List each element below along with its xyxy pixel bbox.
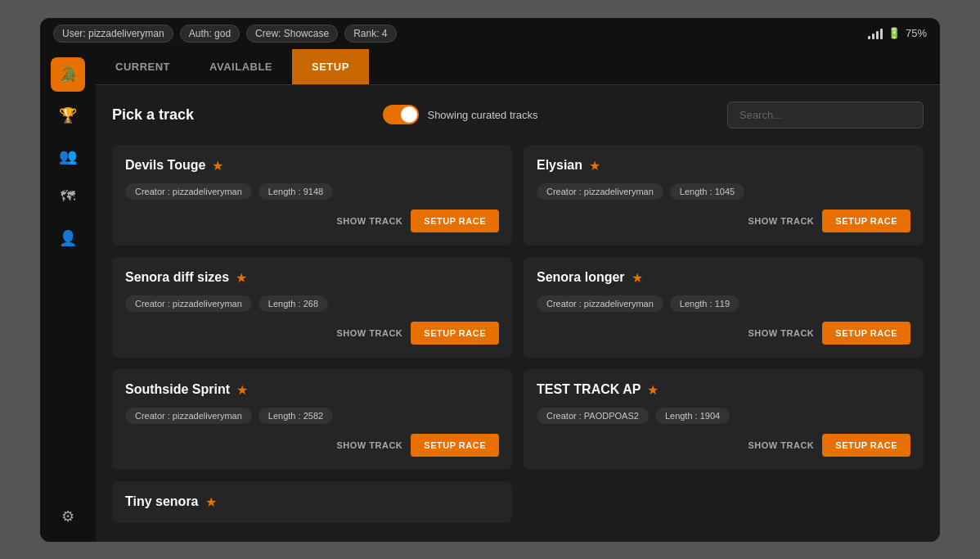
track-card-4: Southside Sprint ★ Creator : pizzadelive… [112, 369, 512, 470]
track-header-0: Devils Touge ★ [125, 158, 499, 174]
track-meta-0: Creator : pizzadeliveryman Length : 9148 [125, 183, 499, 200]
track-actions-2: SHOW TRACK SETUP RACE [125, 322, 499, 345]
track-actions-1: SHOW TRACK SETUP RACE [537, 210, 910, 232]
track-name-1: Elysian [537, 158, 582, 173]
search-input[interactable] [727, 101, 924, 128]
track-header-partial: Tiny senora ★ [125, 494, 499, 510]
star-icon-partial: ★ [205, 494, 217, 510]
show-track-button-2[interactable]: SHOW TRACK [337, 323, 403, 343]
app-window: User: pizzadeliveryman Auth: god Crew: S… [40, 18, 940, 542]
setup-race-button-0[interactable]: SETUP RACE [411, 210, 499, 232]
setup-race-button-3[interactable]: SETUP RACE [822, 322, 910, 345]
tab-setup[interactable]: SETUP [292, 49, 369, 84]
track-name-0: Devils Touge [125, 158, 205, 173]
battery-icon: 🔋 [888, 27, 901, 39]
top-bar-status: 🔋 75% [868, 27, 927, 39]
badge-crew: Crew: Showcase [246, 25, 338, 43]
track-card-partial: Tiny senora ★ [112, 481, 512, 523]
signal-icon [868, 28, 883, 39]
track-length-4: Length : 2582 [258, 408, 333, 424]
track-meta-3: Creator : pizzadeliveryman Length : 119 [537, 295, 910, 312]
track-header-5: TEST TRACK AP ★ [537, 382, 910, 398]
show-track-button-4[interactable]: SHOW TRACK [337, 435, 403, 455]
track-actions-5: SHOW TRACK SETUP RACE [537, 434, 910, 457]
track-length-0: Length : 9148 [258, 183, 333, 200]
content-body: Pick a track Showing curated tracks [96, 85, 940, 542]
badge-rank: Rank: 4 [344, 25, 396, 43]
track-length-2: Length : 268 [258, 295, 328, 312]
page-title: Pick a track [112, 106, 194, 124]
track-header-2: Senora diff sizes ★ [125, 270, 499, 286]
toggle-area: Showing curated tracks [383, 105, 537, 124]
track-meta-5: Creator : PAODPOAS2 Length : 1904 [537, 408, 910, 424]
tab-available[interactable]: AVAILABLE [190, 49, 292, 84]
setup-race-button-2[interactable]: SETUP RACE [411, 322, 499, 345]
track-card-0: Devils Touge ★ Creator : pizzadeliveryma… [112, 145, 512, 246]
star-icon-3: ★ [632, 270, 643, 286]
sidebar-icon-settings[interactable]: ⚙ [51, 499, 85, 534]
track-card-3: Senora longer ★ Creator : pizzadeliverym… [524, 257, 924, 358]
track-actions-3: SHOW TRACK SETUP RACE [537, 322, 910, 345]
track-header-1: Elysian ★ [537, 158, 910, 174]
track-meta-2: Creator : pizzadeliveryman Length : 268 [125, 295, 499, 312]
top-bar: User: pizzadeliveryman Auth: god Crew: S… [40, 18, 940, 49]
sidebar-icon-racing[interactable]: 🐊 [51, 57, 85, 92]
track-creator-5: Creator : PAODPOAS2 [537, 408, 649, 424]
track-name-3: Senora longer [537, 270, 625, 285]
top-bar-badges: User: pizzadeliveryman Auth: god Crew: S… [53, 25, 397, 43]
setup-race-button-1[interactable]: SETUP RACE [822, 210, 910, 232]
sidebar-icon-crew[interactable]: 👤 [51, 221, 85, 255]
show-track-button-5[interactable]: SHOW TRACK [748, 435, 815, 455]
track-card-2: Senora diff sizes ★ Creator : pizzadeliv… [112, 257, 512, 358]
show-track-button-0[interactable]: SHOW TRACK [337, 211, 403, 231]
tab-current[interactable]: CURRENT [96, 49, 190, 84]
track-length-3: Length : 119 [670, 295, 739, 312]
main-area: 🐊 🏆 👥 🗺 👤 ⚙ CURRENT AVAILABLE SETUP Pick… [40, 49, 940, 542]
star-icon-5: ★ [647, 382, 659, 398]
star-icon-2: ★ [236, 270, 247, 286]
track-creator-0: Creator : pizzadeliveryman [125, 183, 252, 200]
track-header-3: Senora longer ★ [537, 270, 910, 286]
track-card-1: Elysian ★ Creator : pizzadeliveryman Len… [524, 145, 924, 246]
track-length-5: Length : 1904 [655, 408, 730, 424]
sidebar-icon-trophy[interactable]: 🏆 [51, 98, 85, 133]
track-name-5: TEST TRACK AP [537, 382, 641, 397]
badge-auth: Auth: god [180, 25, 240, 43]
sidebar-icon-people[interactable]: 👥 [51, 139, 85, 174]
track-creator-2: Creator : pizzadeliveryman [125, 295, 252, 312]
sidebar-icon-route[interactable]: 🗺 [51, 180, 85, 214]
track-name-2: Senora diff sizes [125, 270, 229, 285]
track-actions-0: SHOW TRACK SETUP RACE [125, 210, 499, 232]
badge-user: User: pizzadeliveryman [53, 25, 173, 43]
tracks-grid: Devils Touge ★ Creator : pizzadeliveryma… [112, 145, 924, 523]
curated-toggle[interactable] [383, 105, 419, 124]
sidebar: 🐊 🏆 👥 🗺 👤 ⚙ [40, 49, 96, 542]
toggle-label: Showing curated tracks [427, 109, 537, 121]
track-meta-4: Creator : pizzadeliveryman Length : 2582 [125, 408, 499, 424]
setup-race-button-4[interactable]: SETUP RACE [411, 434, 499, 457]
track-meta-1: Creator : pizzadeliveryman Length : 1045 [537, 183, 910, 200]
star-icon-4: ★ [236, 382, 248, 398]
track-creator-4: Creator : pizzadeliveryman [125, 408, 252, 424]
track-creator-3: Creator : pizzadeliveryman [537, 295, 663, 312]
track-header-4: Southside Sprint ★ [125, 382, 499, 398]
show-track-button-3[interactable]: SHOW TRACK [748, 323, 815, 343]
star-icon-0: ★ [212, 158, 223, 174]
show-track-button-1[interactable]: SHOW TRACK [748, 211, 815, 231]
track-name-partial: Tiny senora [125, 494, 199, 509]
content-header: Pick a track Showing curated tracks [112, 101, 924, 128]
track-creator-1: Creator : pizzadeliveryman [537, 183, 663, 200]
content-area: CURRENT AVAILABLE SETUP Pick a track Sho… [96, 49, 940, 542]
track-length-1: Length : 1045 [670, 183, 744, 200]
track-name-4: Southside Sprint [125, 382, 230, 397]
track-card-5: TEST TRACK AP ★ Creator : PAODPOAS2 Leng… [524, 369, 924, 470]
toggle-knob [401, 106, 417, 123]
star-icon-1: ★ [589, 158, 600, 174]
tab-bar: CURRENT AVAILABLE SETUP [96, 49, 940, 85]
setup-race-button-5[interactable]: SETUP RACE [822, 434, 910, 457]
track-actions-4: SHOW TRACK SETUP RACE [125, 434, 499, 457]
battery-level: 75% [906, 27, 927, 39]
